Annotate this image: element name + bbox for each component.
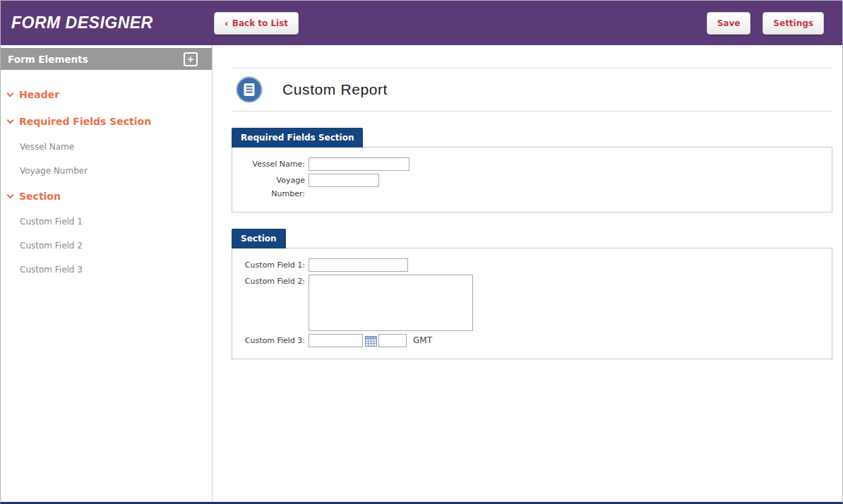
sidebar-item-section[interactable]: Section xyxy=(1,183,212,210)
custom-field-2-textarea[interactable] xyxy=(309,275,473,331)
sidebar-item-header[interactable]: Header xyxy=(1,81,212,108)
field-row-vessel-name: Vessel Name: xyxy=(241,157,823,171)
section-panel-custom: Custom Field 1: Custom Field 2: Custom F… xyxy=(232,248,832,359)
settings-button[interactable]: Settings xyxy=(763,12,824,35)
field-row-voyage-number: Voyage Number: xyxy=(241,174,823,200)
sidebar-item-custom-field-3[interactable]: Custom Field 3 xyxy=(1,258,212,282)
sidebar-item-vessel-name[interactable]: Vessel Name xyxy=(1,135,212,159)
tree-item-label: Custom Field 2 xyxy=(20,241,83,251)
app-title: FORM DESIGNER xyxy=(1,13,213,32)
tree-item-label: Custom Field 1 xyxy=(20,217,83,227)
content-area: Form Elements + Header Required Fields S… xyxy=(1,45,842,502)
field-row-custom-field-2: Custom Field 2: xyxy=(241,275,823,331)
tree-item-label: Section xyxy=(19,191,61,202)
tree-item-label: Required Fields Section xyxy=(19,116,151,127)
custom-field-1-label: Custom Field 1: xyxy=(241,258,309,272)
section-panel-required-fields: Vessel Name: Voyage Number: xyxy=(232,147,832,212)
back-arrow-icon: ‹ xyxy=(225,18,229,28)
report-icon xyxy=(236,76,263,103)
add-element-button[interactable]: + xyxy=(184,52,198,66)
section-tab-custom[interactable]: Section xyxy=(232,229,286,248)
back-to-list-button[interactable]: ‹ Back to List xyxy=(214,12,299,35)
custom-field-3-date-input[interactable] xyxy=(309,334,363,347)
topbar: FORM DESIGNER ‹ Back to List Save Settin… xyxy=(1,1,842,45)
report-title: Custom Report xyxy=(282,81,388,98)
sidebar-item-voyage-number[interactable]: Voyage Number xyxy=(1,159,212,183)
vessel-name-input[interactable] xyxy=(309,157,409,171)
form-elements-tree: Header Required Fields Section Vessel Na… xyxy=(1,70,212,282)
custom-field-1-input[interactable] xyxy=(309,258,408,272)
sidebar-title: Form Elements xyxy=(8,54,88,65)
save-button[interactable]: Save xyxy=(707,12,751,35)
form-designer-app: FORM DESIGNER ‹ Back to List Save Settin… xyxy=(0,0,843,504)
topbar-actions: Save Settings xyxy=(707,12,842,35)
section-custom: Section Custom Field 1: Custom Field 2: … xyxy=(232,229,832,359)
custom-field-2-label: Custom Field 2: xyxy=(241,275,309,288)
sidebar-header: Form Elements + xyxy=(1,48,212,70)
form-preview: Custom Report Required Fields Section Ve… xyxy=(213,45,842,502)
chevron-down-icon xyxy=(7,191,14,198)
voyage-number-label: Voyage Number: xyxy=(241,174,309,200)
sidebar-item-custom-field-1[interactable]: Custom Field 1 xyxy=(1,210,212,234)
chevron-down-icon xyxy=(7,116,14,124)
chevron-down-icon xyxy=(7,90,14,97)
back-to-list-label: Back to List xyxy=(232,18,288,28)
report-header: Custom Report xyxy=(232,68,832,112)
sidebar-item-custom-field-2[interactable]: Custom Field 2 xyxy=(1,234,212,258)
field-row-custom-field-1: Custom Field 1: xyxy=(241,258,823,272)
section-required-fields: Required Fields Section Vessel Name: Voy… xyxy=(232,128,832,212)
tree-item-label: Voyage Number xyxy=(20,166,88,176)
sidebar-item-required-fields-section[interactable]: Required Fields Section xyxy=(1,108,212,135)
custom-field-3-time-input[interactable] xyxy=(378,334,407,347)
tree-item-label: Vessel Name xyxy=(20,142,74,152)
calendar-icon[interactable] xyxy=(365,335,377,347)
timezone-label: GMT xyxy=(413,334,432,347)
tree-item-label: Header xyxy=(19,89,59,100)
custom-field-3-label: Custom Field 3: xyxy=(241,334,309,347)
section-tab-required-fields[interactable]: Required Fields Section xyxy=(232,128,363,148)
plus-icon: + xyxy=(188,54,194,64)
field-row-custom-field-3: Custom Field 3: xyxy=(241,334,823,347)
tree-item-label: Custom Field 3 xyxy=(20,265,83,275)
voyage-number-input[interactable] xyxy=(309,174,379,187)
vessel-name-label: Vessel Name: xyxy=(241,157,309,171)
sidebar: Form Elements + Header Required Fields S… xyxy=(1,45,213,502)
